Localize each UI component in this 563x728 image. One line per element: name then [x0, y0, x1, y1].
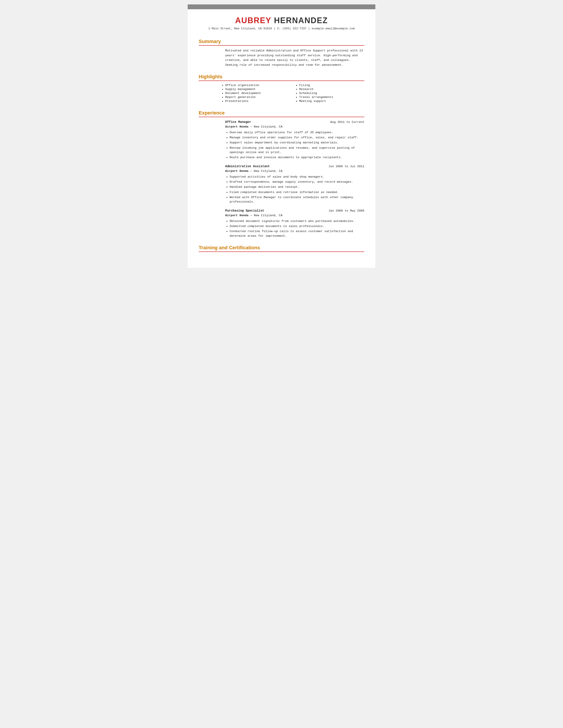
last-name: HERNANDEZ — [274, 16, 328, 25]
contact-info: 1 Main Street, New Cityland, CA 91010 | … — [192, 27, 371, 30]
job-bullet: Filed completed documents and retrieve i… — [229, 190, 364, 195]
job-header: Purchasing SpecialistJan 2000 to May 200… — [225, 208, 364, 213]
experience-divider — [199, 117, 364, 117]
highlight-item: Scheduling — [299, 92, 364, 95]
job-bullets: Supported activities of sales and body s… — [225, 175, 364, 204]
summary-content: Motivated and reliable Administration an… — [199, 48, 364, 67]
summary-divider — [199, 45, 364, 46]
job-title: Administrative Assistant — [225, 164, 270, 169]
highlight-item: Research — [299, 88, 364, 91]
job-bullets: Obtained document signatures from custom… — [225, 219, 364, 238]
job-header: Office ManagerAug 2011 to Current — [225, 120, 364, 124]
job-company: Airport Honda — New Cityland, CA — [225, 125, 364, 129]
summary-text: Motivated and reliable Administration an… — [225, 48, 364, 67]
highlight-item: Office organization — [225, 84, 290, 87]
highlight-item: Report generation — [225, 96, 290, 99]
resume-page: AUBREY HERNANDEZ 1 Main Street, New City… — [188, 4, 375, 268]
highlight-item: Presentations — [225, 99, 290, 103]
job-bullet: Obtained document signatures from custom… — [229, 219, 364, 223]
job-bullet: Handled package deliveries and receipt. — [229, 185, 364, 189]
job-dates: Aug 2011 to Current — [330, 120, 364, 124]
job-title: Office Manager — [225, 120, 251, 124]
job-bullet: Supported activities of sales and body s… — [229, 175, 364, 179]
highlight-item: Supply management — [225, 88, 290, 91]
job-bullet: Route purchase and invoice documents to … — [229, 155, 364, 160]
job-title: Purchasing Specialist — [225, 208, 264, 213]
training-divider — [199, 251, 364, 252]
first-name: AUBREY — [235, 16, 271, 25]
summary-title: Summary — [199, 39, 364, 44]
highlight-item: Meeting support — [299, 99, 364, 103]
job-bullet: Drafted correspondence, manage supply in… — [229, 180, 364, 184]
job-bullet: Support sales department by coordinating… — [229, 141, 364, 145]
highlight-item: Travel arrangements — [299, 96, 364, 99]
job-entry: Purchasing SpecialistJan 2000 to May 200… — [225, 208, 364, 238]
job-bullets: Oversee daily office operations for staf… — [225, 130, 364, 160]
resume-header: AUBREY HERNANDEZ 1 Main Street, New City… — [188, 9, 375, 32]
job-bullet: Review incoming job applications and res… — [229, 146, 364, 155]
full-name: AUBREY HERNANDEZ — [192, 16, 371, 25]
job-bullet: Worked with Office Manager to coordinate… — [229, 195, 364, 204]
job-company: Airport Honda — New Cityland, CA — [225, 169, 364, 173]
job-bullet: Submitted completed documents to sales p… — [229, 224, 364, 229]
experience-section: Experience Office ManagerAug 2011 to Cur… — [188, 108, 375, 238]
top-bar — [188, 4, 375, 9]
highlights-section: Highlights Office organizationSupply man… — [188, 72, 375, 103]
highlights-title: Highlights — [199, 74, 364, 80]
highlights-divider — [199, 81, 364, 81]
experience-title: Experience — [199, 110, 364, 116]
job-dates: Jun 2006 to Jul 2011 — [329, 164, 364, 169]
job-header: Administrative AssistantJun 2006 to Jul … — [225, 164, 364, 169]
highlights-col1: Office organizationSupply managementDocu… — [221, 84, 290, 103]
job-entry: Office ManagerAug 2011 to CurrentAirport… — [225, 120, 364, 160]
highlight-item: Filing — [299, 84, 364, 87]
training-section: Training and Certifications — [188, 243, 375, 252]
job-bullet: Manage inventory and order supplies for … — [229, 135, 364, 140]
job-dates: Jan 2000 to May 2006 — [329, 209, 364, 213]
experience-content: Office ManagerAug 2011 to CurrentAirport… — [199, 120, 364, 238]
highlights-grid: Office organizationSupply managementDocu… — [199, 84, 364, 103]
job-bullet: Conducted routine follow-up calls to ass… — [229, 229, 364, 238]
job-bullet: Oversee daily office operations for staf… — [229, 130, 364, 135]
highlights-col2: FilingResearchSchedulingTravel arrangeme… — [295, 84, 364, 103]
job-company: Airport Honda — New Cityland, CA — [225, 213, 364, 218]
training-title: Training and Certifications — [199, 245, 364, 251]
summary-section: Summary Motivated and reliable Administr… — [188, 36, 375, 67]
highlight-item: Document development — [225, 92, 290, 95]
job-entry: Administrative AssistantJun 2006 to Jul … — [225, 164, 364, 204]
